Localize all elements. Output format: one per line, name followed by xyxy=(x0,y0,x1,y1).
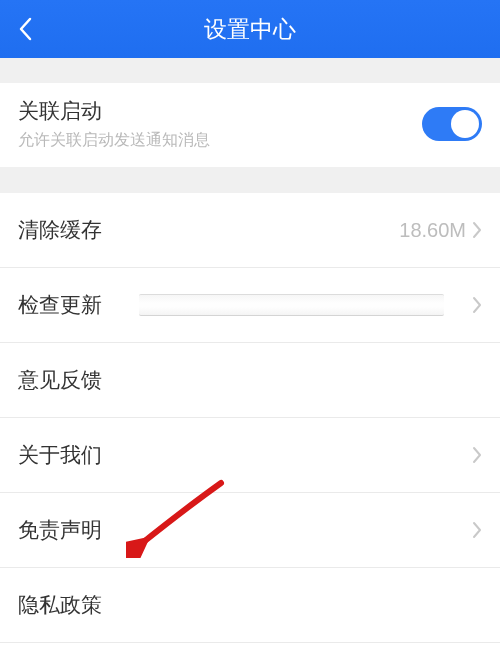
item-title: 检查更新 xyxy=(18,291,102,319)
item-title: 意见反馈 xyxy=(18,366,102,394)
spacer xyxy=(0,167,500,193)
item-value: 18.60M xyxy=(399,219,466,242)
item-title: 清除缓存 xyxy=(18,216,102,244)
list-item-disclaimer[interactable]: 免责声明 xyxy=(0,493,500,568)
list-item-feedback[interactable]: 意见反馈 xyxy=(0,343,500,418)
page-title: 设置中心 xyxy=(0,14,500,45)
toggle-title: 关联启动 xyxy=(18,97,210,125)
chevron-right-icon xyxy=(472,446,482,464)
list-item-help-center[interactable]: 帮助中心 xyxy=(0,643,500,663)
spacer xyxy=(0,58,500,83)
item-right xyxy=(472,521,482,539)
list-item-privacy-policy[interactable]: 隐私政策 xyxy=(0,568,500,643)
header: 设置中心 xyxy=(0,0,500,58)
list-item-check-update[interactable]: 检查更新 xyxy=(0,268,500,343)
item-right xyxy=(472,296,482,314)
item-title: 隐私政策 xyxy=(18,591,102,619)
chevron-right-icon xyxy=(472,296,482,314)
toggle-text: 关联启动 允许关联启动发送通知消息 xyxy=(18,97,210,151)
update-placeholder xyxy=(139,294,444,316)
item-title: 关于我们 xyxy=(18,441,102,469)
list-item-clear-cache[interactable]: 清除缓存 18.60M xyxy=(0,193,500,268)
chevron-right-icon xyxy=(472,521,482,539)
toggle-row-assoc-launch[interactable]: 关联启动 允许关联启动发送通知消息 xyxy=(0,83,500,167)
back-icon[interactable] xyxy=(18,17,32,41)
list-item-about-us[interactable]: 关于我们 xyxy=(0,418,500,493)
toggle-switch[interactable] xyxy=(422,107,482,141)
toggle-knob xyxy=(451,110,479,138)
item-right: 18.60M xyxy=(399,219,482,242)
toggle-subtitle: 允许关联启动发送通知消息 xyxy=(18,130,210,151)
chevron-right-icon xyxy=(472,221,482,239)
item-right xyxy=(472,446,482,464)
item-title: 免责声明 xyxy=(18,516,102,544)
